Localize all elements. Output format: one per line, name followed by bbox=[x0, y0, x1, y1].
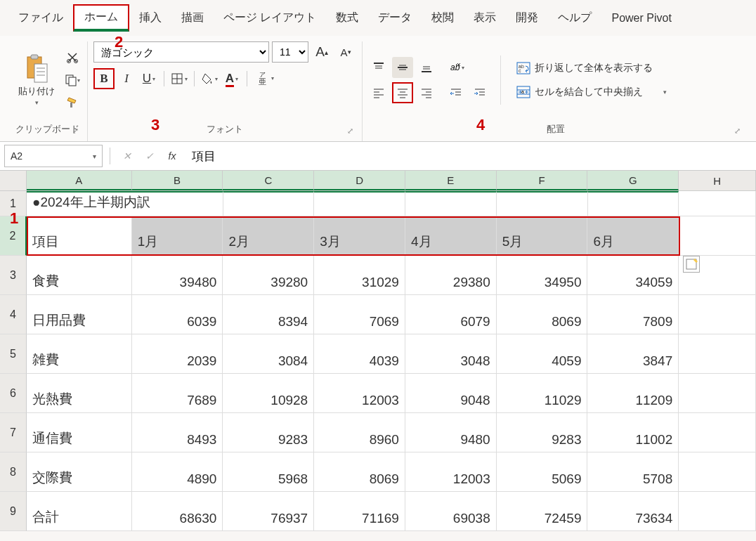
cell-A6[interactable]: 光熱費 bbox=[27, 374, 132, 413]
cell-D5[interactable]: 4039 bbox=[314, 334, 405, 374]
cell-B1[interactable] bbox=[132, 191, 223, 216]
cell-B3[interactable]: 39480 bbox=[132, 256, 223, 295]
font-color-button[interactable]: A▾ bbox=[221, 68, 242, 89]
cell-A7[interactable]: 通信費 bbox=[27, 413, 132, 452]
cell-C3[interactable]: 39280 bbox=[223, 256, 314, 295]
menu-review[interactable]: 校閲 bbox=[422, 6, 464, 30]
dialog-launcher-icon[interactable]: ⤢ bbox=[734, 126, 741, 136]
increase-font-button[interactable]: A▴ bbox=[311, 41, 332, 63]
cell-A5[interactable]: 雑費 bbox=[27, 334, 132, 374]
dialog-launcher-icon[interactable]: ⤢ bbox=[72, 126, 79, 136]
paste-button[interactable]: 貼り付け ▾ bbox=[13, 51, 60, 109]
italic-button[interactable]: I bbox=[116, 68, 137, 89]
cell-A1[interactable]: ●2024年上半期内訳 bbox=[27, 191, 132, 216]
name-box[interactable]: A2▾ bbox=[4, 145, 103, 167]
align-center-button[interactable] bbox=[392, 82, 413, 103]
wrap-text-button[interactable]: abc 折り返して全体を表示する bbox=[511, 59, 672, 77]
cell-H8[interactable] bbox=[679, 452, 756, 492]
cell-H1[interactable] bbox=[679, 191, 756, 216]
font-size-select[interactable]: 11 bbox=[272, 41, 308, 63]
decrease-font-button[interactable]: A▾ bbox=[335, 41, 356, 63]
cell-F3[interactable]: 34950 bbox=[497, 256, 588, 295]
cell-H5[interactable] bbox=[679, 334, 756, 374]
cell-E2[interactable]: 4月 bbox=[405, 216, 497, 256]
orientation-button[interactable]: ab▾ bbox=[445, 57, 467, 78]
enter-button[interactable]: ✓ bbox=[140, 146, 159, 166]
cell-A3[interactable]: 食費 bbox=[27, 256, 132, 295]
cell-C6[interactable]: 10928 bbox=[223, 374, 314, 413]
cell-E4[interactable]: 6079 bbox=[405, 295, 497, 334]
cell-B8[interactable]: 4890 bbox=[132, 452, 223, 492]
cut-button[interactable] bbox=[63, 48, 82, 67]
row-header-6[interactable]: 6 bbox=[0, 374, 27, 413]
menu-developer[interactable]: 開発 bbox=[506, 6, 548, 30]
quick-analysis-icon[interactable] bbox=[683, 256, 700, 273]
col-header-C[interactable]: C bbox=[223, 171, 314, 190]
cell-C8[interactable]: 5968 bbox=[223, 452, 314, 492]
cell-H2[interactable] bbox=[679, 216, 756, 256]
align-bottom-button[interactable] bbox=[416, 57, 437, 78]
format-painter-button[interactable] bbox=[63, 93, 82, 112]
cell-G9[interactable]: 73634 bbox=[587, 492, 679, 531]
cell-E9[interactable]: 69038 bbox=[405, 492, 497, 531]
cell-F7[interactable]: 9283 bbox=[497, 413, 588, 452]
col-header-B[interactable]: B bbox=[132, 171, 223, 190]
col-header-D[interactable]: D bbox=[314, 171, 405, 190]
row-header-9[interactable]: 9 bbox=[0, 492, 27, 531]
cell-E7[interactable]: 9480 bbox=[405, 413, 497, 452]
cell-F6[interactable]: 11029 bbox=[497, 374, 588, 413]
align-left-button[interactable] bbox=[368, 82, 389, 103]
cell-F8[interactable]: 5069 bbox=[497, 452, 588, 492]
menu-help[interactable]: ヘルプ bbox=[548, 6, 601, 30]
cell-G3[interactable]: 34059 bbox=[587, 256, 679, 295]
cell-F5[interactable]: 4059 bbox=[497, 334, 588, 374]
increase-indent-button[interactable] bbox=[469, 82, 490, 103]
decrease-indent-button[interactable] bbox=[445, 82, 467, 103]
align-middle-button[interactable] bbox=[392, 57, 413, 78]
menu-draw[interactable]: 描画 bbox=[171, 6, 214, 30]
cell-D1[interactable] bbox=[314, 191, 405, 216]
menu-file[interactable]: ファイル bbox=[8, 6, 73, 30]
cell-F2[interactable]: 5月 bbox=[497, 216, 588, 256]
cell-G7[interactable]: 11002 bbox=[587, 413, 679, 452]
underline-button[interactable]: U▾ bbox=[138, 68, 159, 89]
cell-H4[interactable] bbox=[679, 295, 756, 334]
row-header-3[interactable]: 3 bbox=[0, 256, 27, 295]
cell-E6[interactable]: 9048 bbox=[405, 374, 497, 413]
row-header-5[interactable]: 5 bbox=[0, 334, 27, 374]
cell-B2[interactable]: 1月 bbox=[132, 216, 223, 256]
col-header-G[interactable]: G bbox=[587, 171, 679, 190]
cell-C1[interactable] bbox=[223, 191, 315, 216]
cell-A4[interactable]: 日用品費 bbox=[27, 295, 132, 334]
menu-formulas[interactable]: 数式 bbox=[326, 6, 368, 30]
align-top-button[interactable] bbox=[368, 57, 389, 78]
bold-button[interactable]: B bbox=[93, 68, 115, 89]
row-header-7[interactable]: 7 bbox=[0, 413, 27, 452]
cell-C4[interactable]: 8394 bbox=[223, 295, 314, 334]
menu-insert[interactable]: 挿入 bbox=[129, 6, 171, 30]
cell-E5[interactable]: 3048 bbox=[405, 334, 497, 374]
cell-F9[interactable]: 72459 bbox=[497, 492, 588, 531]
menu-data[interactable]: データ bbox=[368, 6, 422, 30]
row-header-8[interactable]: 8 bbox=[0, 452, 27, 492]
col-header-E[interactable]: E bbox=[405, 171, 497, 190]
cell-E1[interactable] bbox=[405, 191, 497, 216]
cell-B7[interactable]: 8493 bbox=[132, 413, 223, 452]
cell-G2[interactable]: 6月 bbox=[587, 216, 679, 256]
cell-B9[interactable]: 68630 bbox=[132, 492, 223, 531]
copy-button[interactable]: ▾ bbox=[63, 71, 82, 89]
cell-D3[interactable]: 31029 bbox=[314, 256, 405, 295]
cell-D7[interactable]: 8960 bbox=[314, 413, 405, 452]
cell-D6[interactable]: 12003 bbox=[314, 374, 405, 413]
cell-D4[interactable]: 7069 bbox=[314, 295, 405, 334]
merge-center-button[interactable]: a セルを結合して中央揃え ▾ bbox=[511, 83, 672, 101]
cell-E8[interactable]: 12003 bbox=[405, 452, 497, 492]
cell-B6[interactable]: 7689 bbox=[132, 374, 223, 413]
cell-G5[interactable]: 3847 bbox=[587, 334, 679, 374]
cell-D8[interactable]: 8069 bbox=[314, 452, 405, 492]
col-header-H[interactable]: H bbox=[679, 171, 756, 190]
cell-C7[interactable]: 9283 bbox=[223, 413, 314, 452]
menu-page-layout[interactable]: ページ レイアウト bbox=[214, 6, 326, 30]
row-header-4[interactable]: 4 bbox=[0, 295, 27, 334]
cell-A8[interactable]: 交際費 bbox=[27, 452, 132, 492]
